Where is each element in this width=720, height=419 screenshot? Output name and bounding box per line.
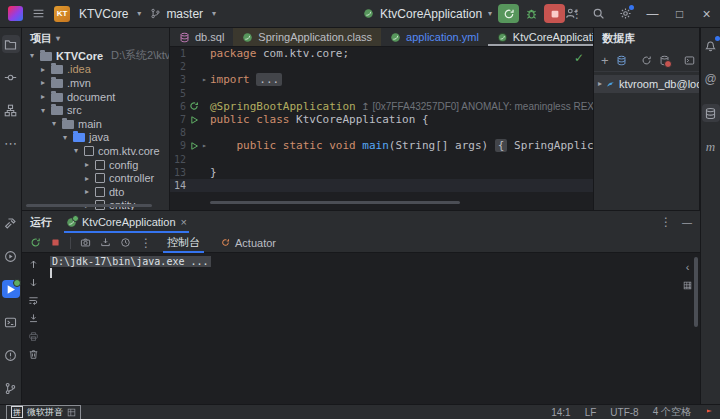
console-more-icon[interactable]: ⋮ [140,236,152,250]
console-output[interactable]: D:\jdk-17\bin\java.exe ... [44,254,700,404]
code-viewport[interactable]: 1package com.ktv.core;23▸import ...56@Sp… [170,47,593,192]
scroll-to-end-icon[interactable] [28,313,39,324]
console-grid-icon[interactable] [683,281,692,290]
tree-item-controller[interactable]: ▸controller [22,171,169,185]
db-refresh-icon[interactable] [641,55,652,66]
editor-tab-KtvCoreApplication.java[interactable]: KtvCoreApplication.java× [488,28,594,46]
tree-item-main[interactable]: ▾main [22,117,169,131]
db-connection-row[interactable]: ▸ ktvroom_db@localhost [594,75,699,93]
tree-item-src[interactable]: ▾src [22,103,169,117]
run-gutter-icon[interactable] [189,115,202,125]
dump-to-file-icon[interactable] [100,237,111,248]
run-config-name[interactable]: KtvCoreApplication [380,7,482,21]
stop-process-icon[interactable] [50,237,61,248]
clear-all-icon[interactable] [28,349,39,360]
branch-name[interactable]: master [166,7,203,21]
project-chevron-icon[interactable]: ▾ [137,10,141,18]
window-maximize-button[interactable]: □ [666,0,693,27]
run-panel-hide-icon[interactable]: — [682,217,692,228]
maven-tool-icon[interactable]: m [702,138,720,156]
chevron-down-icon[interactable]: ▾ [39,106,47,115]
chevron-right-icon[interactable]: ▸ [39,78,47,87]
chevron-right-icon[interactable]: ▸ [39,65,47,74]
tree-item-com.ktv.core[interactable]: ▾com.ktv.core [22,144,169,158]
file-encoding[interactable]: UTF-8 [610,407,638,418]
tree-item-document[interactable]: ▸document [22,90,169,104]
tree-item-.mvn[interactable]: ▸.mvn [22,76,169,90]
actuator-tab[interactable]: Actuator [215,233,282,253]
database-tool-icon[interactable] [702,104,720,122]
rerun-application-icon[interactable] [30,237,41,248]
editor-tab-SpringApplication.class[interactable]: SpringApplication.class [233,28,381,46]
ime-widget[interactable]: 拼 微软拼音 [6,405,81,419]
line-separator[interactable]: LF [585,407,597,418]
collapse-console-icon[interactable]: ‹ [686,261,690,273]
history-clock-icon[interactable] [120,237,131,248]
tree-item-dto[interactable]: ▸dto [22,185,169,199]
db-properties-icon[interactable] [616,55,627,66]
fold-chevron-icon[interactable]: ▸ [202,75,210,84]
window-minimize-button[interactable]: — [639,0,666,27]
print-icon[interactable] [28,331,39,342]
run-gutter-icon[interactable] [189,141,202,151]
build-tool-icon[interactable] [2,214,20,232]
fold-chevron-icon[interactable]: ▸ [202,141,210,150]
branch-chevron-icon[interactable]: ▾ [212,10,216,18]
editor-tab-application.yml[interactable]: application.yml [381,28,488,46]
rerun-button[interactable] [498,4,519,23]
run-tab-close-icon[interactable]: × [181,216,187,228]
run-panel-more-icon[interactable]: ⋮ [660,215,672,229]
main-menu-icon[interactable] [32,7,45,20]
chevron-right-icon[interactable]: ▸ [83,174,91,183]
chevron-down-icon[interactable]: ▾ [50,119,58,128]
editor-horizontal-scrollbar[interactable] [210,201,460,204]
chevron-right-icon[interactable]: ▸ [83,160,91,169]
db-disconnect-icon[interactable] [659,55,670,66]
chevron-down-icon[interactable]: ▾ [72,146,80,155]
rerun-gutter-icon[interactable] [189,101,202,111]
ime-keyboard-icon[interactable] [67,408,76,417]
code-with-me-icon[interactable] [558,0,585,27]
commit-tool-icon[interactable] [2,68,20,86]
debug-bug-icon[interactable] [525,7,538,20]
project-view-chevron-icon[interactable]: ▾ [56,35,60,43]
console-tab[interactable]: 控制台 [161,233,206,253]
project-tool-icon[interactable] [2,35,20,53]
vcs-tool-icon[interactable] [2,379,20,397]
chevron-right-icon[interactable]: ▸ [83,187,91,196]
project-name[interactable]: KTVCore [79,7,128,21]
prev-occurrence-icon[interactable] [28,259,39,270]
project-horizontal-scrollbar[interactable] [26,204,152,207]
db-console-icon[interactable] [684,55,695,66]
inspection-ok-icon[interactable]: ✓ [574,51,584,65]
run-tool-icon[interactable] [2,280,20,298]
tree-item-.idea[interactable]: ▸.idea [22,63,169,77]
console-vertical-scrollbar[interactable] [694,257,698,327]
db-add-icon[interactable]: + [601,54,609,67]
notifications-bell-icon[interactable] [702,36,720,54]
chevron-down-icon[interactable]: ▾ [61,133,69,142]
tree-item-KTVCore[interactable]: ▾KTVCoreD:\系统2\ktv2\ktv\KTVCor [22,49,169,63]
terminal-tool-icon[interactable] [2,313,20,331]
tree-item-config[interactable]: ▸config [22,158,169,172]
settings-gear-icon[interactable] [612,0,639,27]
search-everywhere-icon[interactable] [585,0,612,27]
soft-wrap-icon[interactable] [28,295,39,306]
services-tool-icon[interactable] [2,247,20,265]
tree-item-java[interactable]: ▾java [22,131,169,145]
more-tools-icon[interactable]: ⋯ [2,134,20,152]
notification-flag-icon[interactable] [705,408,714,417]
run-tab[interactable]: KtvCoreApplication × [62,211,191,233]
run-config-chevron-icon[interactable]: ▾ [488,10,492,18]
ai-assistant-icon[interactable]: @ [702,70,720,88]
indent-style[interactable]: 4 个空格 [653,405,691,419]
caret-position[interactable]: 14:1 [551,407,570,418]
chevron-down-icon[interactable]: ▾ [28,51,36,60]
chevron-right-icon[interactable]: ▸ [598,80,602,88]
problems-tool-icon[interactable] [2,346,20,364]
editor-tab-db.sql[interactable]: db.sql [170,28,233,46]
window-close-button[interactable]: × [693,0,720,27]
next-occurrence-icon[interactable] [28,277,39,288]
structure-tool-icon[interactable] [2,101,20,119]
thread-dump-camera-icon[interactable] [80,237,91,248]
